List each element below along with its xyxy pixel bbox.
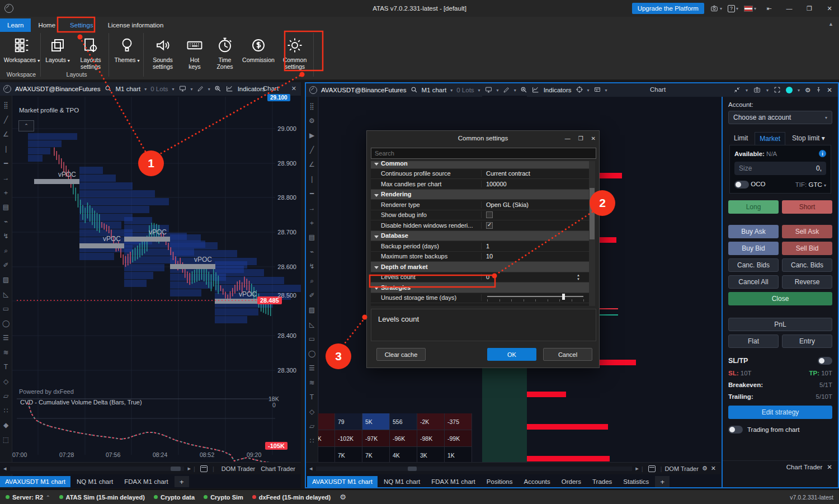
- tool-icon-21[interactable]: ◇: [306, 404, 318, 419]
- setting-value[interactable]: 0: [482, 274, 589, 280]
- add-tab-button[interactable]: +: [655, 476, 670, 487]
- close-panel-icon[interactable]: ✕: [827, 86, 832, 94]
- tool-icon-15[interactable]: ◺: [306, 317, 318, 332]
- indicators-button[interactable]: Indicators: [544, 87, 572, 93]
- monitor-icon[interactable]: [178, 85, 187, 93]
- tool-icon-2[interactable]: ∠: [0, 127, 12, 142]
- long-button[interactable]: Long: [728, 200, 779, 214]
- oco-toggle[interactable]: [734, 181, 749, 189]
- dom-row[interactable]: 2K28.310: [482, 417, 722, 424]
- entry-button[interactable]: Entry: [782, 335, 832, 348]
- tool-icon-22[interactable]: ▱: [306, 419, 318, 434]
- fullscreen-icon[interactable]: [774, 86, 781, 95]
- tool-icon-0[interactable]: ⣿: [306, 99, 318, 114]
- tool-icon-5[interactable]: ❘: [306, 172, 318, 186]
- settings-row[interactable]: Max candles per chart100000: [371, 179, 589, 190]
- tool-icon-9[interactable]: ▤: [306, 230, 318, 244]
- tool-icon-11[interactable]: ↯: [306, 259, 318, 274]
- dialog-minimize-icon[interactable]: —: [565, 135, 571, 142]
- tool-icon-20[interactable]: T: [306, 390, 318, 404]
- search-icon[interactable]: [105, 85, 112, 93]
- tool-icon-18[interactable]: T: [0, 360, 12, 374]
- instrument-name[interactable]: AVAXUSDT@BinanceFutures: [321, 87, 407, 93]
- settings-row[interactable]: Maximum store backups10: [371, 252, 589, 262]
- tool-icon-19[interactable]: ≋: [306, 375, 318, 390]
- dom-row[interactable]: 2K28.360: [482, 385, 722, 392]
- settings-row[interactable]: Renderer typeOpen GL (Skia): [371, 200, 589, 210]
- timeframe-selector[interactable]: M1 chart: [116, 86, 141, 92]
- tool-icon-14[interactable]: ▨: [306, 303, 318, 317]
- scroll-right-icon[interactable]: ▸: [187, 465, 191, 472]
- tool-icon-5[interactable]: →: [0, 171, 12, 185]
- calendar-icon[interactable]: [648, 465, 656, 472]
- ribbon-item-time-zones[interactable]: TimeZones: [209, 34, 241, 78]
- chart-trader-link[interactable]: Chart Trader: [260, 465, 301, 472]
- ribbon-item-sounds-settings[interactable]: Soundssettings: [145, 34, 180, 78]
- ok-button[interactable]: OK: [487, 348, 536, 361]
- dom-row[interactable]: 28.790: [482, 109, 722, 115]
- tool-icon-4[interactable]: ━: [0, 156, 12, 171]
- tab-fdax-m1-chart[interactable]: FDAX M1 chart: [426, 476, 480, 487]
- setting-value[interactable]: 10: [482, 253, 589, 260]
- tool-icon-11[interactable]: ✐: [0, 258, 12, 272]
- h-scrollbar[interactable]: [10, 467, 185, 471]
- tool-icon-3[interactable]: ╱: [306, 143, 318, 157]
- tab-orders[interactable]: Orders: [557, 476, 586, 487]
- dialog-title-bar[interactable]: Common settings — ❐ ✕: [367, 131, 599, 145]
- tool-icon-0[interactable]: ⣿: [0, 98, 12, 112]
- size-input[interactable]: Size 0,: [734, 162, 826, 175]
- status-item[interactable]: Crypto data: [154, 494, 195, 501]
- draw-pencil-icon[interactable]: [503, 86, 510, 95]
- dom-trader-tab[interactable]: DOM Trader: [664, 465, 699, 472]
- scroll-left-icon[interactable]: ◂: [309, 465, 313, 472]
- tool-icon-6[interactable]: ━: [306, 186, 318, 201]
- tool-icon-21[interactable]: ∷: [0, 403, 12, 418]
- settings-row[interactable]: Show debug info: [371, 210, 589, 221]
- info-icon[interactable]: i: [819, 150, 826, 157]
- tab-fdax-m1-chart[interactable]: FDAX M1 chart: [119, 476, 173, 487]
- tool-icon-13[interactable]: ◺: [0, 287, 12, 302]
- tif-value[interactable]: GTC: [809, 181, 822, 188]
- short-button[interactable]: Short: [782, 200, 832, 214]
- dom-row[interactable]: 3K28.340: [482, 398, 722, 405]
- sell-ask-button[interactable]: Sell Ask: [782, 225, 832, 238]
- tab-trades[interactable]: Trades: [587, 476, 617, 487]
- h-scrollbar[interactable]: [316, 467, 633, 471]
- setting-value[interactable]: Current contract: [482, 170, 589, 177]
- tool-icon-4[interactable]: ∠: [306, 157, 318, 172]
- settings-row[interactable]: Backup period (days)1: [371, 241, 589, 252]
- tool-icon-17[interactable]: ◯: [306, 346, 318, 361]
- lots-selector[interactable]: 0 Lots: [456, 87, 474, 93]
- close-position-button[interactable]: Close: [728, 292, 832, 305]
- spinner-control[interactable]: ▲▼: [577, 274, 580, 281]
- dom-row[interactable]: 5K28.370: [482, 379, 722, 385]
- buy-ask-button[interactable]: Buy Ask: [728, 225, 779, 238]
- settings-search-input[interactable]: [371, 148, 596, 159]
- add-tab-button[interactable]: +: [175, 476, 189, 487]
- sltp-toggle[interactable]: [818, 357, 832, 365]
- tab-nq-m1-chart[interactable]: NQ M1 chart: [72, 476, 118, 487]
- sell-bid-button[interactable]: Sell Bid: [782, 242, 832, 255]
- dom-row[interactable]: 28.800: [482, 102, 722, 109]
- cancel-all-button[interactable]: Cancel All: [728, 275, 779, 289]
- close-button[interactable]: ✕: [822, 5, 837, 12]
- instrument-name[interactable]: AVAXUSDT@BinanceFutures: [15, 86, 101, 92]
- dom-row[interactable]: 1K28.350: [482, 392, 722, 398]
- chart-trader-tab[interactable]: Chart Trader: [786, 464, 823, 470]
- calendar-icon[interactable]: [200, 465, 208, 472]
- settings-row[interactable]: Levels count0▲▼: [371, 272, 589, 283]
- dom-row[interactable]: 4K28.250: [482, 456, 722, 463]
- gear-icon[interactable]: ⚙: [702, 465, 708, 472]
- cancel-button[interactable]: Cancel: [543, 348, 592, 361]
- dom-row[interactable]: 1K28.290: [482, 430, 722, 437]
- slider-control[interactable]: [487, 294, 583, 302]
- indicators-icon[interactable]: [225, 85, 234, 93]
- tool-icon-14[interactable]: ▭: [0, 302, 12, 316]
- dialog-close-icon[interactable]: ✕: [591, 135, 596, 142]
- tool-icon-23[interactable]: ∷: [306, 434, 318, 448]
- checkbox-checked[interactable]: [486, 222, 493, 229]
- panels-icon[interactable]: [593, 86, 601, 94]
- tool-icon-18[interactable]: ☰: [306, 361, 318, 375]
- indicators-button[interactable]: Indicators: [238, 86, 266, 92]
- minimize-button[interactable]: —: [782, 5, 796, 12]
